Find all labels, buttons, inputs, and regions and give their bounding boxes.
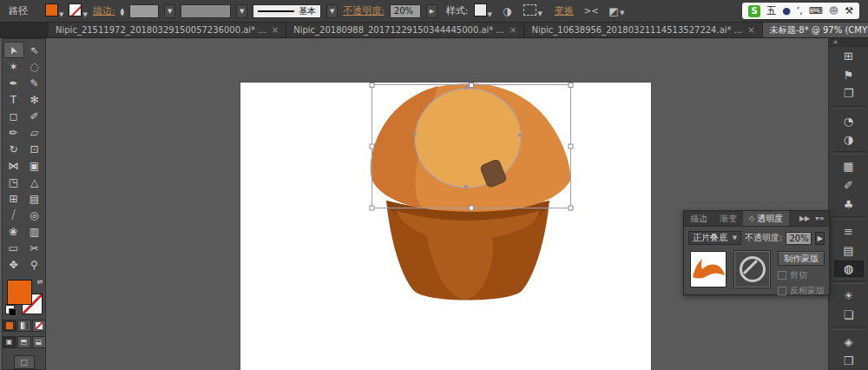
pencil-tool[interactable]: ✏: [3, 124, 24, 141]
panel-opacity-dropdown[interactable]: ▶: [815, 232, 825, 245]
free-transform-tool[interactable]: ▣: [24, 157, 45, 174]
blend-mode-select[interactable]: 正片叠底▼: [688, 231, 741, 245]
symbol-sprayer-tool[interactable]: ❀: [3, 223, 24, 240]
keyboard-icon[interactable]: ⌨: [809, 6, 823, 16]
canvas-area[interactable]: [46, 38, 829, 370]
paintbrush-tool[interactable]: ✐: [24, 108, 45, 124]
gradient-tool[interactable]: ▤: [24, 190, 45, 207]
pen-tool[interactable]: ✒: [3, 75, 24, 91]
ime-mode-button[interactable]: 五: [766, 6, 776, 16]
opacity-link[interactable]: 不透明度:: [343, 4, 385, 17]
shape-flare-tool[interactable]: ✻: [24, 91, 45, 108]
make-mask-button[interactable]: 制作蒙版: [778, 251, 825, 266]
rotate-tool[interactable]: ↻: [3, 141, 24, 157]
close-icon[interactable]: ×: [272, 25, 279, 35]
isolate-button[interactable]: ◩▼: [609, 5, 625, 17]
color-guide-panel-icon[interactable]: ◔: [834, 112, 864, 129]
slice-tool[interactable]: ✂: [24, 240, 45, 256]
panel-opacity-field[interactable]: 20%: [786, 232, 812, 245]
column-graph-tool[interactable]: ▥: [24, 223, 45, 240]
artboards-panel-icon[interactable]: ⚑: [834, 66, 864, 83]
ime-punctuation-icon[interactable]: ’,: [797, 6, 803, 16]
curvature-tool[interactable]: ✎: [24, 75, 45, 91]
direct-selection-tool[interactable]: ⇖: [24, 42, 45, 58]
selection-tool[interactable]: ➤: [3, 42, 24, 58]
mesh-tool[interactable]: ⊞: [3, 190, 24, 207]
document-tab-active[interactable]: 未标题-8* @ 97% (CMYK/预览)×: [763, 23, 868, 37]
clip-checkbox[interactable]: 剪切: [778, 269, 825, 281]
invert-mask-checkbox[interactable]: 反相蒙版: [778, 285, 825, 297]
opacity-field[interactable]: 20%: [390, 4, 421, 18]
object-thumbnail[interactable]: [690, 251, 727, 287]
draw-inside-button[interactable]: ⬓: [32, 336, 46, 348]
document-tab[interactable]: Nipic_21511972_20180329150057236000.ai* …: [49, 23, 286, 37]
fill-color-swatch[interactable]: ▼: [45, 3, 63, 19]
none-mode-button[interactable]: [32, 320, 46, 332]
select-similar-button[interactable]: ▼: [523, 4, 542, 18]
eraser-tool[interactable]: ▱: [24, 124, 45, 141]
tab-gradient[interactable]: 渐变: [713, 211, 743, 226]
default-fill-stroke-icon[interactable]: [5, 305, 15, 314]
layers-panel-icon[interactable]: ◈: [834, 334, 864, 351]
shape-builder-tool[interactable]: ◳: [3, 174, 24, 190]
magic-wand-tool[interactable]: ✶: [3, 58, 24, 75]
stroke-color-swatch[interactable]: ▼: [69, 3, 87, 19]
sogou-logo-icon[interactable]: S: [748, 5, 760, 17]
document-tab[interactable]: Nipic_10638956_20180321114513527224.ai* …: [524, 23, 762, 37]
transform-link[interactable]: 变换: [555, 4, 574, 17]
style-swatch[interactable]: ▼: [474, 3, 492, 19]
stroke-link[interactable]: 描边:: [93, 4, 115, 17]
color-mode-button[interactable]: [3, 320, 16, 332]
draw-normal-button[interactable]: ▣: [3, 336, 16, 348]
brushes-panel-icon[interactable]: ✐: [834, 177, 864, 195]
variable-width-profile-select[interactable]: [181, 4, 231, 18]
fill-proxy-swatch[interactable]: [7, 280, 32, 305]
lasso-tool[interactable]: ◌: [24, 58, 45, 75]
blend-tool[interactable]: ◎: [24, 207, 45, 223]
artboard-tool[interactable]: ▭: [3, 240, 24, 256]
brush-definition-select[interactable]: 基本: [253, 4, 321, 18]
gradient-mode-button[interactable]: [17, 320, 31, 332]
perspective-grid-tool[interactable]: △: [24, 174, 45, 190]
width-tool[interactable]: ⋈: [3, 157, 24, 174]
artboard[interactable]: [240, 83, 651, 370]
draw-behind-button[interactable]: ⬒: [17, 336, 31, 348]
mask-thumbnail[interactable]: [734, 251, 770, 287]
tab-transparency[interactable]: ◇透明度: [743, 211, 789, 226]
recolor-artwork-icon[interactable]: ◑: [503, 5, 511, 17]
type-tool[interactable]: T: [3, 91, 24, 108]
scale-tool[interactable]: ⊡: [24, 141, 45, 157]
tab-stroke[interactable]: 描边: [684, 211, 713, 226]
graphic-styles-panel-icon[interactable]: ❏: [834, 307, 864, 324]
stroke-weight-field[interactable]: [129, 4, 159, 18]
panel-collapse-icon[interactable]: ▶▶: [799, 215, 810, 222]
panel-menu-icon[interactable]: ▾≡: [815, 215, 825, 222]
swap-fill-stroke-icon[interactable]: ⇄: [37, 278, 43, 286]
opacity-dropdown[interactable]: ▶: [426, 4, 437, 18]
brush-dropdown[interactable]: ▼: [326, 4, 338, 18]
muffin-top[interactable]: [371, 83, 570, 212]
document-tab[interactable]: Nipic_20180988_20171229150344445000.ai* …: [286, 23, 524, 37]
zoom-tool[interactable]: ⚲: [24, 256, 45, 273]
links-panel-icon[interactable]: ❐: [834, 85, 864, 102]
account-icon[interactable]: ☻: [829, 6, 838, 16]
ime-skin-icon[interactable]: ●: [782, 6, 791, 16]
transparency-panel-icon[interactable]: ◍: [834, 261, 864, 278]
align-icon[interactable]: ><: [584, 6, 599, 16]
stroke-panel-icon[interactable]: ≡: [834, 223, 864, 241]
rectangle-tool[interactable]: ◻: [3, 108, 24, 124]
symbols-panel-icon[interactable]: ♣: [834, 195, 864, 213]
eyedropper-tool[interactable]: ⧸: [3, 207, 24, 223]
settings-wrench-icon[interactable]: ⚒: [845, 6, 853, 16]
chevron-down-icon[interactable]: ▼: [236, 4, 247, 18]
stroke-weight-dropdown[interactable]: ▼: [164, 4, 175, 18]
stroke-weight-stepper[interactable]: ▲▼: [121, 7, 125, 16]
close-icon[interactable]: ×: [747, 25, 754, 35]
align-panel-icon[interactable]: ⊞: [834, 48, 864, 65]
artboard-nav-panel-icon[interactable]: ❒: [834, 353, 864, 370]
gradient-panel-icon[interactable]: ▤: [834, 241, 864, 259]
swatches-panel-icon[interactable]: ▦: [834, 158, 864, 175]
close-icon[interactable]: ×: [510, 25, 516, 35]
hand-tool[interactable]: ✥: [3, 256, 24, 273]
dock-collapse-button[interactable]: «: [829, 38, 868, 47]
